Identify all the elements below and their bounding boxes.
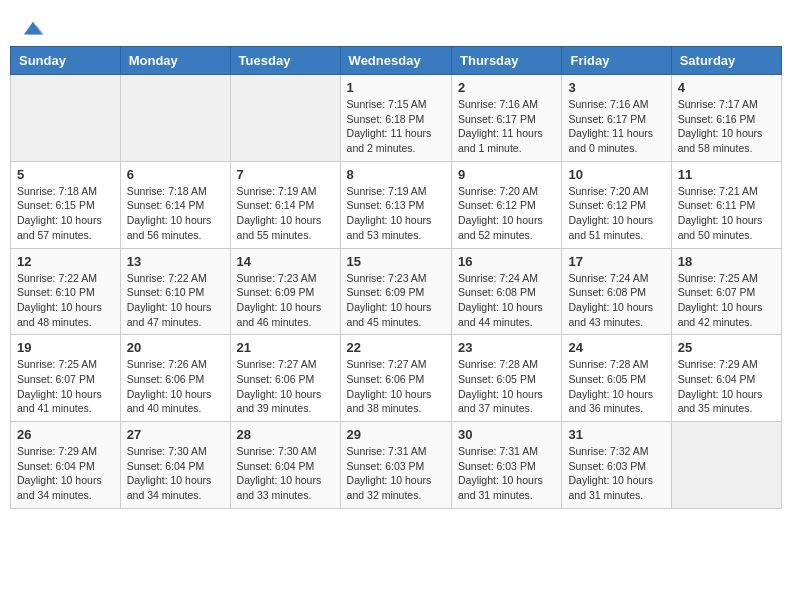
day-info: Sunrise: 7:30 AM Sunset: 6:04 PM Dayligh…: [237, 444, 334, 503]
calendar-cell: 20Sunrise: 7:26 AM Sunset: 6:06 PM Dayli…: [120, 335, 230, 422]
day-info: Sunrise: 7:31 AM Sunset: 6:03 PM Dayligh…: [458, 444, 555, 503]
day-info: Sunrise: 7:25 AM Sunset: 6:07 PM Dayligh…: [17, 357, 114, 416]
calendar-cell: 13Sunrise: 7:22 AM Sunset: 6:10 PM Dayli…: [120, 248, 230, 335]
day-number: 21: [237, 340, 334, 355]
day-info: Sunrise: 7:30 AM Sunset: 6:04 PM Dayligh…: [127, 444, 224, 503]
calendar-cell: 27Sunrise: 7:30 AM Sunset: 6:04 PM Dayli…: [120, 422, 230, 509]
calendar-cell: 19Sunrise: 7:25 AM Sunset: 6:07 PM Dayli…: [11, 335, 121, 422]
day-number: 29: [347, 427, 445, 442]
day-number: 23: [458, 340, 555, 355]
calendar-cell: 29Sunrise: 7:31 AM Sunset: 6:03 PM Dayli…: [340, 422, 451, 509]
calendar-cell: 14Sunrise: 7:23 AM Sunset: 6:09 PM Dayli…: [230, 248, 340, 335]
day-number: 20: [127, 340, 224, 355]
day-info: Sunrise: 7:27 AM Sunset: 6:06 PM Dayligh…: [237, 357, 334, 416]
calendar-cell: 8Sunrise: 7:19 AM Sunset: 6:13 PM Daylig…: [340, 161, 451, 248]
day-number: 25: [678, 340, 775, 355]
calendar-cell: 23Sunrise: 7:28 AM Sunset: 6:05 PM Dayli…: [452, 335, 562, 422]
calendar-cell: 24Sunrise: 7:28 AM Sunset: 6:05 PM Dayli…: [562, 335, 671, 422]
calendar-cell: 10Sunrise: 7:20 AM Sunset: 6:12 PM Dayli…: [562, 161, 671, 248]
day-number: 17: [568, 254, 664, 269]
weekday-header-sunday: Sunday: [11, 47, 121, 75]
calendar-cell: 22Sunrise: 7:27 AM Sunset: 6:06 PM Dayli…: [340, 335, 451, 422]
calendar-cell: 16Sunrise: 7:24 AM Sunset: 6:08 PM Dayli…: [452, 248, 562, 335]
day-number: 30: [458, 427, 555, 442]
calendar-week-row: 5Sunrise: 7:18 AM Sunset: 6:15 PM Daylig…: [11, 161, 782, 248]
day-number: 3: [568, 80, 664, 95]
day-info: Sunrise: 7:21 AM Sunset: 6:11 PM Dayligh…: [678, 184, 775, 243]
day-info: Sunrise: 7:29 AM Sunset: 6:04 PM Dayligh…: [678, 357, 775, 416]
weekday-header-friday: Friday: [562, 47, 671, 75]
calendar-cell: 31Sunrise: 7:32 AM Sunset: 6:03 PM Dayli…: [562, 422, 671, 509]
day-info: Sunrise: 7:15 AM Sunset: 6:18 PM Dayligh…: [347, 97, 445, 156]
day-number: 28: [237, 427, 334, 442]
calendar-cell: 6Sunrise: 7:18 AM Sunset: 6:14 PM Daylig…: [120, 161, 230, 248]
day-number: 26: [17, 427, 114, 442]
day-info: Sunrise: 7:29 AM Sunset: 6:04 PM Dayligh…: [17, 444, 114, 503]
calendar-cell: [120, 75, 230, 162]
calendar-cell: 17Sunrise: 7:24 AM Sunset: 6:08 PM Dayli…: [562, 248, 671, 335]
calendar-cell: 15Sunrise: 7:23 AM Sunset: 6:09 PM Dayli…: [340, 248, 451, 335]
day-info: Sunrise: 7:19 AM Sunset: 6:14 PM Dayligh…: [237, 184, 334, 243]
calendar-cell: 12Sunrise: 7:22 AM Sunset: 6:10 PM Dayli…: [11, 248, 121, 335]
calendar-cell: 1Sunrise: 7:15 AM Sunset: 6:18 PM Daylig…: [340, 75, 451, 162]
calendar-cell: 18Sunrise: 7:25 AM Sunset: 6:07 PM Dayli…: [671, 248, 781, 335]
calendar-cell: 26Sunrise: 7:29 AM Sunset: 6:04 PM Dayli…: [11, 422, 121, 509]
day-number: 19: [17, 340, 114, 355]
day-info: Sunrise: 7:28 AM Sunset: 6:05 PM Dayligh…: [568, 357, 664, 416]
day-info: Sunrise: 7:22 AM Sunset: 6:10 PM Dayligh…: [17, 271, 114, 330]
day-info: Sunrise: 7:24 AM Sunset: 6:08 PM Dayligh…: [458, 271, 555, 330]
day-number: 12: [17, 254, 114, 269]
calendar-cell: 11Sunrise: 7:21 AM Sunset: 6:11 PM Dayli…: [671, 161, 781, 248]
weekday-header-thursday: Thursday: [452, 47, 562, 75]
day-number: 13: [127, 254, 224, 269]
day-info: Sunrise: 7:31 AM Sunset: 6:03 PM Dayligh…: [347, 444, 445, 503]
day-info: Sunrise: 7:18 AM Sunset: 6:14 PM Dayligh…: [127, 184, 224, 243]
day-info: Sunrise: 7:19 AM Sunset: 6:13 PM Dayligh…: [347, 184, 445, 243]
day-info: Sunrise: 7:16 AM Sunset: 6:17 PM Dayligh…: [458, 97, 555, 156]
day-info: Sunrise: 7:24 AM Sunset: 6:08 PM Dayligh…: [568, 271, 664, 330]
logo: [20, 18, 44, 36]
calendar-cell: [230, 75, 340, 162]
weekday-header-saturday: Saturday: [671, 47, 781, 75]
day-number: 14: [237, 254, 334, 269]
day-number: 27: [127, 427, 224, 442]
calendar-cell: 2Sunrise: 7:16 AM Sunset: 6:17 PM Daylig…: [452, 75, 562, 162]
day-number: 6: [127, 167, 224, 182]
calendar-cell: 25Sunrise: 7:29 AM Sunset: 6:04 PM Dayli…: [671, 335, 781, 422]
day-info: Sunrise: 7:32 AM Sunset: 6:03 PM Dayligh…: [568, 444, 664, 503]
calendar-cell: 3Sunrise: 7:16 AM Sunset: 6:17 PM Daylig…: [562, 75, 671, 162]
day-number: 24: [568, 340, 664, 355]
day-info: Sunrise: 7:20 AM Sunset: 6:12 PM Dayligh…: [568, 184, 664, 243]
day-number: 5: [17, 167, 114, 182]
calendar-week-row: 19Sunrise: 7:25 AM Sunset: 6:07 PM Dayli…: [11, 335, 782, 422]
day-info: Sunrise: 7:26 AM Sunset: 6:06 PM Dayligh…: [127, 357, 224, 416]
day-number: 9: [458, 167, 555, 182]
day-info: Sunrise: 7:18 AM Sunset: 6:15 PM Dayligh…: [17, 184, 114, 243]
day-info: Sunrise: 7:27 AM Sunset: 6:06 PM Dayligh…: [347, 357, 445, 416]
day-number: 2: [458, 80, 555, 95]
day-info: Sunrise: 7:17 AM Sunset: 6:16 PM Dayligh…: [678, 97, 775, 156]
day-number: 18: [678, 254, 775, 269]
weekday-header-monday: Monday: [120, 47, 230, 75]
day-number: 31: [568, 427, 664, 442]
calendar-cell: 28Sunrise: 7:30 AM Sunset: 6:04 PM Dayli…: [230, 422, 340, 509]
day-number: 1: [347, 80, 445, 95]
logo-icon: [22, 18, 44, 40]
calendar-cell: 30Sunrise: 7:31 AM Sunset: 6:03 PM Dayli…: [452, 422, 562, 509]
day-info: Sunrise: 7:20 AM Sunset: 6:12 PM Dayligh…: [458, 184, 555, 243]
day-number: 7: [237, 167, 334, 182]
page-header: [10, 10, 782, 40]
weekday-header-wednesday: Wednesday: [340, 47, 451, 75]
calendar-cell: [671, 422, 781, 509]
calendar-cell: 5Sunrise: 7:18 AM Sunset: 6:15 PM Daylig…: [11, 161, 121, 248]
day-number: 16: [458, 254, 555, 269]
day-number: 22: [347, 340, 445, 355]
calendar-week-row: 12Sunrise: 7:22 AM Sunset: 6:10 PM Dayli…: [11, 248, 782, 335]
weekday-header-row: SundayMondayTuesdayWednesdayThursdayFrid…: [11, 47, 782, 75]
day-info: Sunrise: 7:16 AM Sunset: 6:17 PM Dayligh…: [568, 97, 664, 156]
calendar-week-row: 1Sunrise: 7:15 AM Sunset: 6:18 PM Daylig…: [11, 75, 782, 162]
day-info: Sunrise: 7:23 AM Sunset: 6:09 PM Dayligh…: [237, 271, 334, 330]
day-number: 8: [347, 167, 445, 182]
calendar-cell: 7Sunrise: 7:19 AM Sunset: 6:14 PM Daylig…: [230, 161, 340, 248]
day-number: 11: [678, 167, 775, 182]
